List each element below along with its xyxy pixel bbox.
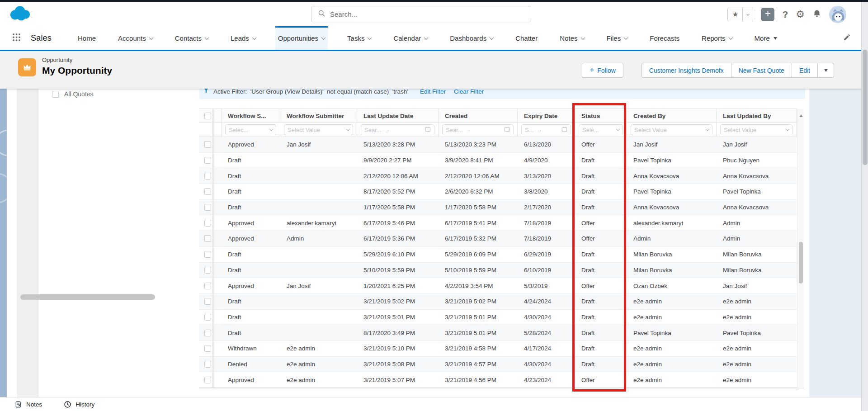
row-checkbox-cell (199, 153, 222, 168)
nav-tab-calendar[interactable]: Calendar (391, 26, 430, 50)
page-scrollbar[interactable] (861, 2, 868, 411)
notifications-button[interactable] (812, 9, 821, 20)
table-row[interactable]: Draft9/9/2020 2:27 PM3/9/2020 8:41 PM4/9… (199, 153, 797, 169)
filter-select-last-updated-by[interactable]: Select Value (720, 124, 793, 135)
table-row[interactable]: Draft3/21/2019 5:01 PM3/21/2019 5:01 PM4… (199, 310, 797, 326)
edit-filter-link[interactable]: Edit Filter (420, 88, 446, 95)
row-checkbox[interactable] (204, 220, 211, 227)
nav-tab-chatter[interactable]: Chatter (513, 26, 540, 50)
notes-utility-button[interactable]: Notes (15, 401, 42, 408)
table-row[interactable]: Withdrawne2e admin3/21/2019 5:10 PM3/21/… (199, 341, 797, 357)
filter-select-workflow-s[interactable]: Selec... (225, 124, 276, 135)
setup-button[interactable]: ⚙ (796, 9, 805, 19)
star-icon[interactable]: ★ (728, 8, 743, 21)
nav-tab-reports[interactable]: Reports (699, 26, 735, 50)
row-checkbox[interactable] (204, 345, 211, 352)
row-checkbox[interactable] (204, 188, 211, 195)
global-search[interactable] (311, 6, 531, 22)
cloud-icon (9, 5, 32, 22)
filter-date-last-update-date[interactable]: Sear...→ (361, 124, 434, 135)
column-header-workflow-s[interactable]: Workflow S... (222, 109, 280, 123)
nav-tab-leads[interactable]: Leads (228, 26, 259, 50)
follow-button[interactable]: + Follow (582, 63, 623, 78)
table-row[interactable]: Approvedalexander.kamaryt6/17/2019 5:46 … (199, 215, 797, 231)
nav-tab-opportunities[interactable]: Opportunities (275, 26, 328, 50)
nav-tab-tasks[interactable]: Tasks (344, 26, 374, 50)
table-row[interactable]: ApprovedAdmin6/17/2019 5:36 PM6/17/2019 … (199, 231, 797, 247)
scroll-up-arrow[interactable] (799, 114, 803, 117)
filter-date-expiry-date[interactable]: S...→ (521, 124, 571, 135)
row-checkbox[interactable] (204, 251, 211, 258)
nav-tab-contacts[interactable]: Contacts (172, 26, 211, 50)
select-all-checkbox[interactable] (204, 113, 211, 119)
user-avatar[interactable] (829, 6, 846, 23)
row-checkbox[interactable] (204, 141, 211, 148)
more-actions-button[interactable] (817, 63, 834, 78)
table-row[interactable]: Draft8/17/2020 5:52 PM2/6/2020 6:32 PM3/… (199, 184, 797, 200)
cell-created-by: Pavel Topinka (627, 325, 717, 340)
all-quotes-checkbox[interactable] (52, 91, 59, 98)
table-vertical-scrollbar[interactable] (797, 109, 804, 388)
row-checkbox[interactable] (204, 235, 211, 242)
table-row[interactable]: ApprovedJan Josif1/20/2021 6:25 PM4/2/20… (199, 278, 797, 294)
table-row[interactable]: Approvede2e admin3/21/2019 5:07 PM3/21/2… (199, 372, 797, 388)
favorites-button[interactable]: ★ (727, 8, 753, 21)
table-row[interactable]: Draft5/29/2019 6:10 PM5/29/2019 6:09 PM6… (199, 247, 797, 263)
all-quotes-item[interactable]: All Quotes (38, 89, 199, 99)
nav-tab-home[interactable]: Home (75, 26, 99, 50)
nav-tab-forecasts[interactable]: Forecasts (647, 26, 682, 50)
nav-tab-accounts[interactable]: Accounts (115, 26, 156, 50)
table-row[interactable]: Draft1/17/2020 5:58 PM1/17/2020 5:58 PM2… (199, 200, 797, 216)
column-header-created-by[interactable]: Created By (627, 109, 717, 123)
filter-select-status[interactable]: Sele... (579, 124, 623, 135)
row-checkbox[interactable] (204, 204, 211, 211)
horizontal-scrollbar-thumb[interactable] (20, 294, 155, 300)
column-header-last-update-date[interactable]: Last Update Date (357, 109, 439, 123)
clear-filter-link[interactable]: Clear Filter (454, 88, 484, 95)
favorites-expand-button[interactable] (743, 8, 753, 21)
new-fast-quote-button[interactable]: New Fast Quote (731, 63, 792, 78)
row-checkbox[interactable] (204, 157, 211, 164)
cell-last-updated-by: Phuc Nguyen (717, 153, 797, 168)
table-row[interactable]: Draft8/17/2020 3:49 PM3/21/2019 5:01 PM5… (199, 325, 797, 341)
nav-tab-notes[interactable]: Notes (557, 26, 587, 50)
filter-select-workflow-submitter[interactable]: Select Value (284, 124, 353, 135)
filter-date-created[interactable]: Sear...→ (442, 124, 514, 135)
table-row[interactable]: Draft3/21/2019 5:02 PM3/21/2019 5:02 PM4… (199, 294, 797, 310)
customer-insights-button[interactable]: Customer Insights Demofx (642, 63, 731, 78)
vertical-scrollbar-thumb[interactable] (799, 242, 803, 283)
app-launcher-button[interactable] (12, 33, 21, 43)
filter-select-created-by[interactable]: Select Value (631, 124, 712, 135)
salesforce-logo[interactable] (9, 5, 32, 24)
table-row[interactable]: Deniede2e admin3/21/2019 5:08 PM3/21/201… (199, 357, 797, 373)
edit-button[interactable]: Edit (792, 63, 817, 78)
row-checkbox[interactable] (204, 267, 211, 274)
nav-tab-files[interactable]: Files (604, 26, 631, 50)
edit-nav-button[interactable] (843, 33, 851, 43)
nav-tab-more[interactable]: More (752, 26, 780, 50)
column-header-created[interactable]: Created (439, 109, 518, 123)
cell-created-by: Anna Kovacsova (627, 168, 717, 184)
row-checkbox[interactable] (204, 283, 211, 289)
row-checkbox-cell (199, 263, 222, 278)
global-actions-button[interactable]: + (761, 8, 774, 21)
history-utility-button[interactable]: History (64, 401, 94, 408)
row-checkbox[interactable] (204, 330, 211, 336)
column-header-expiry-date[interactable]: Expiry Date (518, 109, 575, 123)
table-row[interactable]: ApprovedJan Josif5/13/2020 3:28 PM5/13/2… (199, 137, 797, 153)
row-checkbox[interactable] (204, 314, 211, 321)
nav-tab-dashboards[interactable]: Dashboards (447, 26, 496, 50)
page-scrollbar-thumb[interactable] (863, 50, 868, 165)
row-checkbox[interactable] (204, 377, 211, 383)
row-checkbox[interactable] (204, 361, 211, 368)
cell-created-by: Milan Boruvka (627, 247, 717, 262)
help-button[interactable]: ? (782, 9, 788, 20)
row-checkbox[interactable] (204, 298, 211, 305)
column-header-status[interactable]: Status (575, 109, 627, 123)
table-row[interactable]: Draft2/12/2020 12:06 AM2/12/2020 12:06 A… (199, 168, 797, 184)
search-input[interactable] (330, 10, 511, 18)
table-row[interactable]: Draft5/10/2019 5:59 PM5/10/2019 5:59 PM6… (199, 263, 797, 279)
column-header-workflow-submitter[interactable]: Workflow Submitter (280, 109, 357, 123)
column-header-last-updated-by[interactable]: Last Updated By (717, 109, 797, 123)
row-checkbox[interactable] (204, 173, 211, 180)
